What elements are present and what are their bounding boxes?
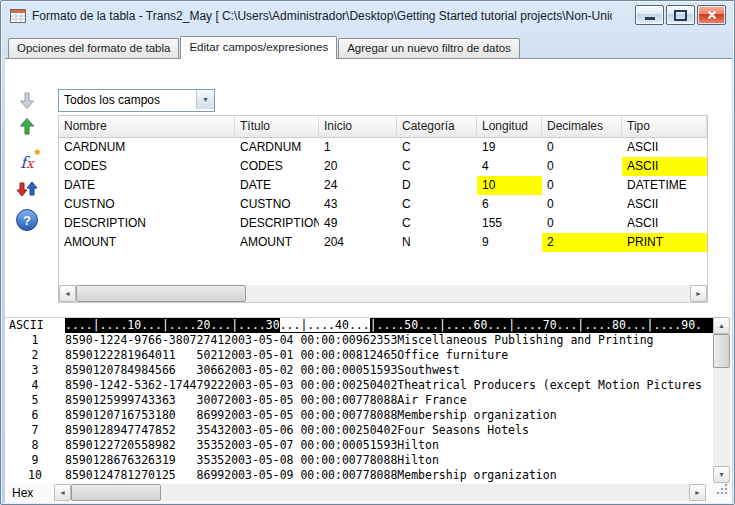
record-number: 8 xyxy=(5,438,65,453)
record-text: 8590124781270125 86992003-05-09 00:00:00… xyxy=(65,468,713,483)
grid-cell: CUSTNO xyxy=(59,195,235,214)
edit-expression-button[interactable]: fx ✱ xyxy=(14,149,40,175)
grid-cell: D xyxy=(397,176,477,195)
field-row-date[interactable]: DATE DATE 24 D 10 0 DATETIME xyxy=(59,176,707,195)
field-row-cardnum[interactable]: CARDNUM CARDNUM 1 C 19 0 ASCII xyxy=(59,138,707,157)
grid-cell: DESCRIPTION xyxy=(235,214,319,233)
grid-cell: ASCII xyxy=(622,138,707,157)
grid-cell-highlighted: PRINT xyxy=(622,233,707,252)
data-view-hscrollbar: ◄ ► xyxy=(54,484,706,501)
grid-cell: 0 xyxy=(542,195,622,214)
grid-cell: 0 xyxy=(542,157,622,176)
help-button[interactable]: ? xyxy=(14,207,40,233)
position-ruler: ASCII ....|....10...|....20...|....30...… xyxy=(5,318,713,333)
table-format-dialog: Formato de la tabla - Trans2_May [ C:\Us… xyxy=(0,0,735,505)
hscroll-track[interactable] xyxy=(246,285,690,302)
swap-arrows-icon xyxy=(16,178,38,204)
grid-cell: CARDNUM xyxy=(59,138,235,157)
col-header-inicio[interactable]: Inicio xyxy=(319,116,397,138)
record-row: 68590120716753180 86992003-05-05 00:00:0… xyxy=(5,408,713,423)
accept-entry-button[interactable] xyxy=(14,115,40,141)
record-number: 4 xyxy=(5,378,65,393)
field-row-amount[interactable]: AMOUNT AMOUNT 204 N 9 2 PRINT xyxy=(59,233,707,252)
hex-label: Hex xyxy=(12,486,33,500)
grid-cell: CODES xyxy=(235,157,319,176)
scroll-right-button[interactable]: ► xyxy=(690,285,707,302)
scroll-down-button[interactable]: ▼ xyxy=(713,466,730,483)
record-row: 18590-1224-9766-380727412003-05-04 00:00… xyxy=(5,333,713,348)
record-text: 8590122281964011 50212003-05-01 00:00:00… xyxy=(65,348,713,363)
grid-cell: CUSTNO xyxy=(235,195,319,214)
tab-strip: Opciones del formato de tabla Editar cam… xyxy=(5,35,730,58)
grid-cell: DESCRIPTION xyxy=(59,214,235,233)
col-header-titulo[interactable]: Título xyxy=(235,116,319,138)
col-header-categoria[interactable]: Categoría xyxy=(397,116,477,138)
record-row: 88590122720558982 35352003-05-07 00:00:0… xyxy=(5,438,713,453)
ascii-label: ASCII xyxy=(5,318,65,333)
caption-buttons xyxy=(635,5,726,25)
insert-field-button[interactable] xyxy=(14,90,40,116)
chevron-down-icon[interactable]: ▼ xyxy=(196,90,214,109)
grid-cell: 204 xyxy=(319,233,397,252)
arrow-down-disabled-icon xyxy=(16,90,38,116)
data-view-vscrollbar: ▲ ▼ xyxy=(713,317,730,483)
right-arrow-icon: ► xyxy=(695,290,702,297)
field-row-description[interactable]: DESCRIPTION DESCRIPTION 49 C 155 0 ASCII xyxy=(59,214,707,233)
fields-grid: Nombre Título Inicio Categoría Longitud … xyxy=(58,115,708,303)
scroll-left-button[interactable]: ◄ xyxy=(59,285,76,302)
vscroll-thumb[interactable] xyxy=(713,334,730,368)
grid-cell: ASCII xyxy=(622,214,707,233)
fields-filter-dropdown[interactable]: Todos los campos ▼ xyxy=(58,89,215,112)
grid-cell-highlighted: 2 xyxy=(542,233,622,252)
minimize-button[interactable] xyxy=(635,5,664,25)
tab-edit-fields[interactable]: Editar campos/expresiones xyxy=(180,36,337,59)
reorder-fields-button[interactable] xyxy=(14,178,40,204)
hscroll-thumb[interactable] xyxy=(76,285,246,302)
record-number: 7 xyxy=(5,423,65,438)
col-header-tipo[interactable]: Tipo xyxy=(622,116,707,138)
record-row: 28590122281964011 50212003-05-01 00:00:0… xyxy=(5,348,713,363)
titlebar[interactable]: Formato de la tabla - Trans2_May [ C:\Us… xyxy=(1,1,734,31)
grid-cell: 19 xyxy=(477,138,542,157)
maximize-button[interactable] xyxy=(666,5,695,25)
record-row: 108590124781270125 86992003-05-09 00:00:… xyxy=(5,468,713,483)
tab-format-options[interactable]: Opciones del formato de tabla xyxy=(8,38,179,58)
scroll-right-button[interactable]: ► xyxy=(689,484,706,501)
close-button[interactable] xyxy=(697,5,726,25)
record-data-view: ASCII ....|....10...|....20...|....30...… xyxy=(5,317,713,484)
record-number: 10 xyxy=(5,468,65,483)
fields-grid-hscrollbar: ◄ ► xyxy=(59,285,707,302)
record-row: 48590-1242-5362-174479222003-05-03 00:00… xyxy=(5,378,713,393)
grid-cell: CODES xyxy=(59,157,235,176)
grid-cell: DATE xyxy=(59,176,235,195)
data-view-bottom-bar: Hex ◄ ► xyxy=(5,483,732,503)
field-row-codes[interactable]: CODES CODES 20 C 4 0 ASCII xyxy=(59,157,707,176)
left-arrow-icon: ◄ xyxy=(59,489,66,496)
hscroll-thumb[interactable] xyxy=(71,484,161,501)
ruler-field-highlight: ...|....40... xyxy=(280,318,370,332)
scroll-left-button[interactable]: ◄ xyxy=(54,484,71,501)
green-arrow-up-icon xyxy=(16,115,38,141)
resize-grip[interactable] xyxy=(715,482,729,500)
record-row: 58590125999743363 30072003-05-05 00:00:0… xyxy=(5,393,713,408)
close-icon xyxy=(707,6,717,24)
tab-add-filter[interactable]: Agregar un nuevo filtro de datos xyxy=(338,38,520,58)
vscroll-track[interactable] xyxy=(713,368,730,466)
grid-cell: 49 xyxy=(319,214,397,233)
col-header-longitud[interactable]: Longitud xyxy=(477,116,542,138)
record-row: 98590128676326319 35352003-05-08 00:00:0… xyxy=(5,453,713,468)
field-row-custno[interactable]: CUSTNO CUSTNO 43 C 6 0 ASCII xyxy=(59,195,707,214)
record-text: 8590-1224-9766-380727412003-05-04 00:00:… xyxy=(65,333,713,348)
grid-cell: 43 xyxy=(319,195,397,214)
fields-filter-value: Todos los campos xyxy=(64,93,160,107)
scroll-up-button[interactable]: ▲ xyxy=(713,317,730,334)
grid-cell: 6 xyxy=(477,195,542,214)
grid-cell: C xyxy=(397,195,477,214)
grid-cell: 155 xyxy=(477,214,542,233)
col-header-decimales[interactable]: Decimales xyxy=(542,116,622,138)
hscroll-track[interactable] xyxy=(161,484,689,501)
record-text: 8590128676326319 35352003-05-08 00:00:00… xyxy=(65,453,713,468)
maximize-icon xyxy=(674,10,687,21)
grid-cell: AMOUNT xyxy=(59,233,235,252)
col-header-nombre[interactable]: Nombre xyxy=(59,116,235,138)
